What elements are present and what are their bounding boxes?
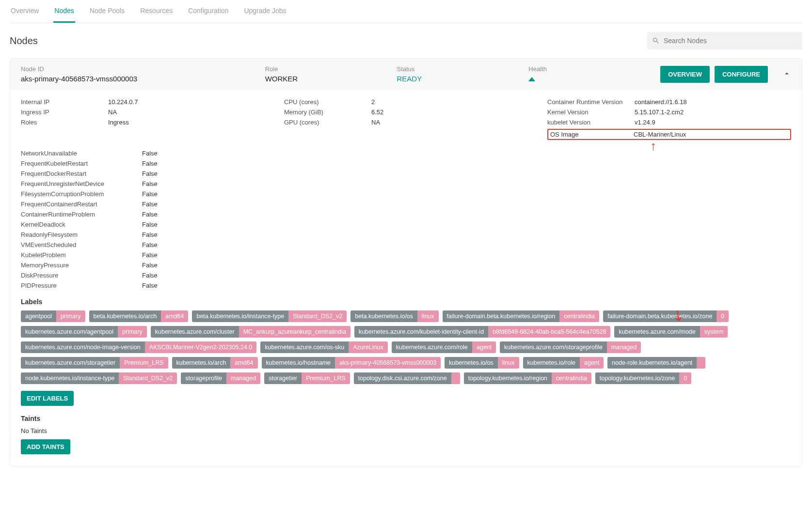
label-chip[interactable]: node-role.kubernetes.io/agent — [607, 357, 705, 369]
condition-value: False — [142, 241, 158, 248]
taints-heading: Taints — [21, 415, 791, 422]
label-chip[interactable]: kubernetes.azure.com/storagetierPremium_… — [21, 357, 168, 369]
label-chip[interactable]: agentpoolprimary — [21, 310, 85, 322]
info-value: 10.224.0.7 — [108, 98, 138, 106]
search-input[interactable] — [647, 32, 802, 49]
label-value: linux — [417, 310, 439, 322]
label-chip[interactable]: kubernetes.io/roleagent — [523, 357, 604, 369]
condition-key: NetworkUnavailable — [21, 150, 142, 157]
label-key: storagetier — [264, 372, 302, 384]
label-value: centralindia — [552, 372, 591, 384]
search-wrap — [647, 32, 802, 49]
condition-key: FrequentUnregisterNetDevice — [21, 180, 142, 187]
label-value: centralindia — [559, 310, 599, 322]
tab-resources[interactable]: Resources — [139, 3, 174, 23]
labels-container: ↘ agentpoolprimarybeta.kubernetes.io/arc… — [21, 310, 791, 384]
condition-value: False — [142, 150, 158, 157]
info-value: containerd://1.6.18 — [635, 98, 687, 106]
label-key: kubernetes.io/os — [445, 357, 498, 369]
collapse-toggle[interactable] — [782, 69, 791, 79]
label-chip[interactable]: topology.disk.csi.azure.com/zone — [354, 372, 460, 384]
label-chip[interactable]: failure-domain.beta.kubernetes.io/zone0 — [603, 310, 729, 322]
tab-upgrade-jobs[interactable]: Upgrade Jobs — [243, 3, 287, 23]
label-chip[interactable]: kubernetes.azure.com/storageprofilemanag… — [500, 341, 641, 353]
label-chip[interactable]: kubernetes.azure.com/os-skuAzureLinux — [260, 341, 388, 353]
label-chip[interactable]: kubernetes.io/oslinux — [445, 357, 519, 369]
label-key: storageprofile — [181, 372, 226, 384]
page-header: Nodes — [10, 32, 802, 49]
label-chip[interactable]: kubernetes.azure.com/node-image-versionA… — [21, 341, 256, 353]
label-chip[interactable]: kubernetes.azure.com/clusterMC_ankurp_az… — [151, 326, 350, 338]
label-value: b8fd6549-6824-40ab-bca5-564c4ea70528 — [488, 326, 610, 338]
label-chip[interactable]: kubernetes.io/hostnameaks-primary-405685… — [262, 357, 441, 369]
label-value: 0 — [679, 372, 691, 384]
label-chip[interactable]: kubernetes.azure.com/kubelet-identity-cl… — [354, 326, 611, 338]
tab-nodes[interactable]: Nodes — [53, 3, 75, 23]
label-chip[interactable]: failure-domain.beta.kubernetes.io/region… — [443, 310, 600, 322]
condition-row: DiskPressureFalse — [21, 272, 791, 279]
tab-overview[interactable]: Overview — [10, 3, 40, 23]
tab-node-pools[interactable]: Node Pools — [89, 3, 126, 23]
label-chip[interactable]: storageprofilemanaged — [181, 372, 260, 384]
condition-value: False — [142, 272, 158, 279]
annotation-arrow-up-icon: ↑ — [650, 139, 656, 152]
info-row: Internal IP10.224.0.7Ingress IPNARolesIn… — [21, 98, 791, 140]
label-key: kubernetes.io/role — [523, 357, 580, 369]
condition-row: KernelDeadlockFalse — [21, 221, 791, 228]
node-card-header: Node ID aks-primary-40568573-vmss000003 … — [10, 59, 802, 90]
label-chip[interactable]: beta.kubernetes.io/archamd64 — [89, 310, 189, 322]
condition-row: NetworkUnavailableFalse — [21, 150, 791, 157]
status-label: Status — [397, 65, 509, 73]
label-chip[interactable]: kubernetes.azure.com/modesystem — [614, 326, 728, 338]
label-chip[interactable]: beta.kubernetes.io/instance-typeStandard… — [192, 310, 347, 322]
info-key: Memory (GiB) — [284, 108, 371, 116]
label-chip[interactable]: storagetierPremium_LRS — [264, 372, 350, 384]
info-value: 5.15.107.1-2.cm2 — [635, 108, 684, 116]
condition-value: False — [142, 160, 158, 167]
label-key: beta.kubernetes.io/arch — [89, 310, 161, 322]
condition-row: FrequentContainerdRestartFalse — [21, 201, 791, 208]
condition-key: ContainerRuntimeProblem — [21, 211, 142, 218]
label-value: agent — [472, 341, 496, 353]
condition-value: False — [142, 221, 158, 228]
label-chip[interactable]: kubernetes.azure.com/roleagent — [392, 341, 496, 353]
label-value: Standard_DS2_v2 — [288, 310, 347, 322]
info-key: CPU (cores) — [284, 98, 371, 106]
info-kv: CPU (cores)2 — [284, 98, 528, 106]
label-chip[interactable]: topology.kubernetes.io/regioncentralindi… — [464, 372, 591, 384]
label-chip[interactable]: node.kubernetes.io/instance-typeStandard… — [21, 372, 177, 384]
info-key: Internal IP — [21, 98, 108, 106]
add-taints-button[interactable]: ADD TAINTS — [21, 439, 70, 454]
info-kv: Memory (GiB)6.52 — [284, 108, 528, 116]
label-chip[interactable]: kubernetes.azure.com/agentpoolprimary — [21, 326, 147, 338]
configure-button[interactable]: CONFIGURE — [715, 66, 768, 83]
condition-row: ReadonlyFilesystemFalse — [21, 231, 791, 238]
condition-row: FrequentKubeletRestartFalse — [21, 160, 791, 167]
overview-button[interactable]: OVERVIEW — [660, 66, 710, 83]
label-chip[interactable]: kubernetes.io/archamd64 — [172, 357, 258, 369]
label-value: aks-primary-40568573-vmss000003 — [335, 357, 441, 369]
label-value: system — [700, 326, 728, 338]
info-kv: Internal IP10.224.0.7 — [21, 98, 265, 106]
node-card-body: Internal IP10.224.0.7Ingress IPNARolesIn… — [10, 90, 802, 466]
chevron-up-icon — [782, 69, 791, 78]
label-chip[interactable]: topology.kubernetes.io/zone0 — [595, 372, 691, 384]
label-value: linux — [498, 357, 519, 369]
info-value: NA — [108, 108, 117, 116]
label-value — [451, 372, 460, 384]
label-chip[interactable]: beta.kubernetes.io/oslinux — [350, 310, 438, 322]
taints-empty: No Taints — [21, 427, 791, 434]
label-value — [697, 357, 705, 369]
label-key: node-role.kubernetes.io/agent — [607, 357, 697, 369]
role-label: Role — [265, 65, 378, 73]
info-kv: Ingress IPNA — [21, 108, 265, 116]
label-key: kubernetes.azure.com/storageprofile — [500, 341, 607, 353]
condition-value: False — [142, 170, 158, 177]
label-value: AzureLinux — [349, 341, 388, 353]
node-card: Node ID aks-primary-40568573-vmss000003 … — [10, 58, 802, 466]
label-key: beta.kubernetes.io/instance-type — [192, 310, 288, 322]
tab-configuration[interactable]: Configuration — [187, 3, 229, 23]
edit-labels-button[interactable]: EDIT LABELS — [21, 391, 74, 406]
condition-row: FrequentDockerRestartFalse — [21, 170, 791, 177]
info-value: 2 — [371, 98, 375, 106]
